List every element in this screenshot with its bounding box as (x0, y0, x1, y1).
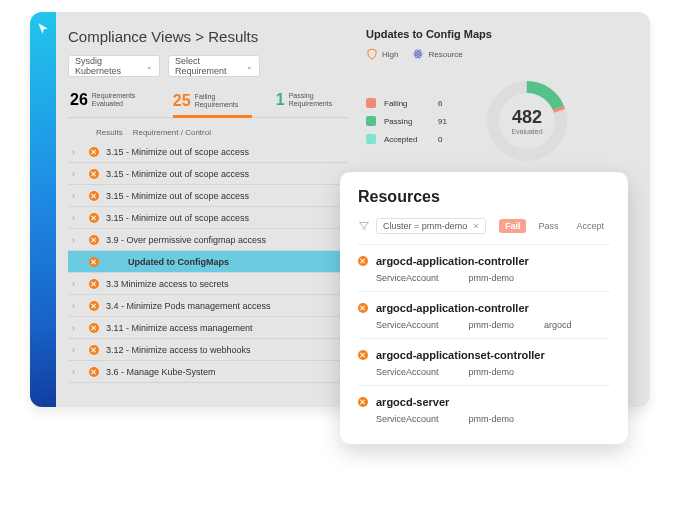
list-row[interactable]: ›3.15 - Minimize out of scope access (68, 163, 348, 185)
eval-legend: Failing6 Passing91 Accepted0 (366, 98, 458, 144)
chevron-right-icon[interactable]: › (72, 279, 82, 289)
resource-item[interactable]: argocd-application-controller ServiceAcc… (358, 291, 610, 338)
list-row[interactable]: ›3.9 - Over permissive configmap access (68, 229, 348, 251)
legend-passing: Passing91 (366, 116, 458, 126)
tab-accept[interactable]: Accept (570, 219, 610, 233)
list-row[interactable]: ›3.3 Minimize access to secrets (68, 273, 348, 295)
chevron-right-icon[interactable]: › (72, 147, 82, 157)
fail-icon (358, 303, 368, 313)
chevron-down-icon: ⌄ (146, 62, 153, 71)
metrics-bar: 26 Requirements Evaluated 25 Failing Req… (68, 87, 348, 118)
fail-icon (88, 367, 100, 377)
tab-pass[interactable]: Pass (532, 219, 564, 233)
product-side-strip (30, 12, 56, 407)
list-row[interactable]: ›3.15 - Minimize out of scope access (68, 207, 348, 229)
donut-sub: Evaluated (511, 128, 542, 135)
metric-evaluated: 26 Requirements Evaluated (70, 91, 149, 109)
resources-title: Resources (358, 188, 610, 206)
list-row[interactable]: ›3.15 - Minimize out of scope access (68, 141, 348, 163)
chevron-right-icon[interactable]: › (72, 235, 82, 245)
fail-icon (88, 147, 100, 157)
chevron-right-icon[interactable]: › (72, 213, 82, 223)
chevron-right-icon[interactable]: › (72, 301, 82, 311)
fail-icon (358, 397, 368, 407)
list-header: Results Requirement / Control (68, 124, 348, 141)
benchmark-select-label: Sysdig Kubernetes (75, 56, 146, 76)
cursor-icon (36, 22, 50, 36)
fail-icon (88, 191, 100, 201)
fail-icon (88, 345, 100, 355)
atom-icon (412, 48, 424, 60)
list-row[interactable]: ›3.4 - Minimize Pods management access (68, 295, 348, 317)
fail-icon (88, 279, 100, 289)
shield-icon (366, 48, 378, 60)
requirements-list: ›3.15 - Minimize out of scope access ›3.… (68, 141, 348, 383)
list-row[interactable]: ›3.11 - Minimize access management (68, 317, 348, 339)
chevron-right-icon[interactable]: › (72, 345, 82, 355)
eval-donut: 482 Evaluated (484, 78, 570, 164)
severity-badge: High (366, 48, 398, 60)
fail-icon (88, 169, 100, 179)
eval-summary: Failing6 Passing91 Accepted0 482 Evaluat… (366, 78, 636, 164)
fail-icon (358, 350, 368, 360)
fail-icon (88, 323, 100, 333)
list-row[interactable]: ›3.6 - Manage Kube-System (68, 361, 348, 383)
metric-failing[interactable]: 25 Failing Requirements (173, 91, 252, 118)
metric-passing[interactable]: 1 Passing Requirements (276, 91, 346, 109)
chevron-right-icon[interactable]: › (72, 191, 82, 201)
results-pane: Compliance Views > Results Sysdig Kubern… (56, 12, 356, 407)
fail-icon (88, 213, 100, 223)
close-icon[interactable]: × (473, 221, 478, 231)
filter-icon[interactable] (358, 220, 370, 232)
svg-point-0 (417, 53, 419, 55)
fail-icon (88, 235, 100, 245)
benchmark-select[interactable]: Sysdig Kubernetes ⌄ (68, 55, 160, 77)
legend-failing: Failing6 (366, 98, 458, 108)
resource-item[interactable]: argocd-applicationset-controller Service… (358, 338, 610, 385)
list-row[interactable]: ›3.12 - Minimize access to webhooks (68, 339, 348, 361)
filter-chip[interactable]: Cluster = pmm-demo × (376, 218, 486, 234)
detail-title: Updates to Config Maps (366, 28, 636, 40)
list-row-selected[interactable]: ›Updated to ConfigMaps (68, 251, 348, 273)
donut-total: 482 (512, 107, 542, 128)
list-row[interactable]: ›3.15 - Minimize out of scope access (68, 185, 348, 207)
status-tabs: Fail Pass Accept (499, 219, 610, 233)
chevron-right-icon[interactable]: › (72, 323, 82, 333)
resource-item[interactable]: argocd-application-controller ServiceAcc… (358, 244, 610, 291)
scope-badge: Resource (412, 48, 462, 60)
fail-icon (358, 256, 368, 266)
requirement-select-label: Select Requirement (175, 56, 246, 76)
tab-fail[interactable]: Fail (499, 219, 527, 233)
requirement-select[interactable]: Select Requirement ⌄ (168, 55, 260, 77)
fail-icon (88, 257, 100, 267)
fail-icon (88, 301, 100, 311)
resources-panel: Resources Cluster = pmm-demo × Fail Pass… (340, 172, 628, 444)
resource-item[interactable]: argocd-server ServiceAccountpmm-demo (358, 385, 610, 432)
breadcrumb: Compliance Views > Results (68, 28, 348, 45)
chevron-right-icon[interactable]: › (72, 367, 82, 377)
legend-accepted: Accepted0 (366, 134, 458, 144)
chevron-down-icon: ⌄ (246, 62, 253, 71)
chevron-right-icon[interactable]: › (72, 169, 82, 179)
